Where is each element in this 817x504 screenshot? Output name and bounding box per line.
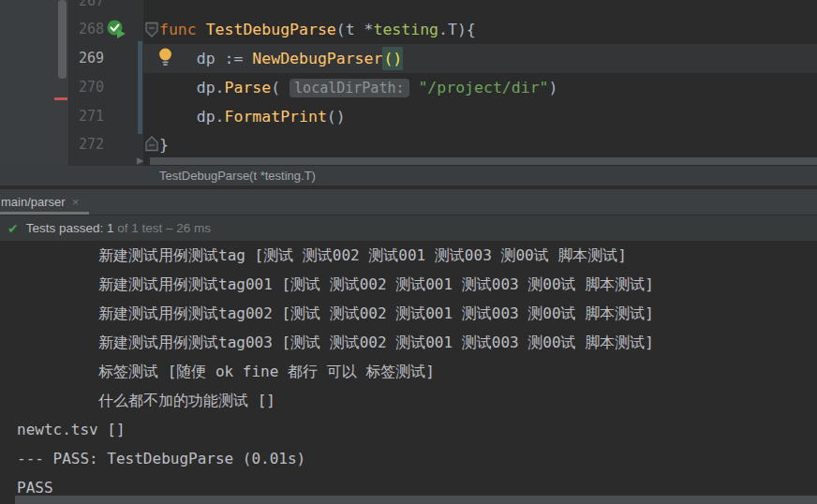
line-number[interactable]: 269 — [68, 44, 104, 73]
line-number[interactable]: 268 — [68, 15, 104, 44]
fold-region-start-icon[interactable] — [144, 22, 159, 38]
code-token: dp. — [159, 108, 225, 126]
console-line: --- PASS: TestDebugParse (0.01s) — [0, 444, 817, 473]
test-console-output: 新建测试用例测试tag [测试 测试002 测试001 测试003 测00试 脚… — [0, 241, 817, 504]
console-line: 新建测试用例测试tag [测试 测试002 测试001 测试003 测00试 脚… — [0, 241, 817, 270]
left-panel-scrollbar[interactable] — [58, 0, 67, 79]
console-hscrollbar-thumb[interactable] — [15, 496, 817, 504]
parameter-hint: localDirPath: — [290, 79, 408, 97]
console-line: 什么都不加的功能测试 [] — [0, 386, 817, 415]
line-number[interactable]: 270 — [68, 73, 104, 102]
scroll-arrow-icon: ▶ — [137, 155, 143, 166]
editor-hscrollbar-thumb[interactable] — [150, 157, 817, 165]
test-passed-rerun-icon[interactable] — [106, 19, 128, 41]
console-line: newtc.tsv [] — [0, 415, 817, 444]
matched-brace-highlight: () — [382, 47, 403, 70]
code-line-271[interactable]: dp.FormatPrint() — [159, 102, 346, 131]
code-token: NewDebugParser — [252, 50, 382, 67]
code-line-269[interactable]: dp := NewDebugParser() — [159, 44, 403, 73]
string-literal: "/project/dir" — [418, 79, 548, 96]
console-line: 标签测试 [随便 ok fine 都行 可以 标签测试] — [0, 357, 817, 386]
code-line-268[interactable]: func TestDebugParse(t *testing.T){ — [159, 15, 476, 44]
line-number[interactable]: 267 — [68, 0, 104, 16]
code-token: dp := — [159, 50, 252, 67]
code-token: testing — [374, 21, 439, 38]
tests-passed-details: of 1 test – 26 ms — [114, 221, 212, 235]
code-token — [409, 79, 419, 96]
code-token: ) — [549, 79, 558, 96]
deleted-lines-marker-icon — [54, 97, 67, 100]
vcs-change-bar[interactable] — [138, 41, 142, 134]
tests-passed-check-icon: ✔ — [7, 221, 19, 236]
tests-passed-summary: Tests passed: 1 — [26, 221, 114, 235]
tab-main-parser[interactable]: main/parser × — [0, 189, 84, 215]
left-editor-panel — [0, 0, 69, 166]
code-token: ( — [271, 79, 290, 96]
close-icon[interactable]: × — [72, 195, 80, 209]
code-line-272[interactable]: } — [159, 130, 169, 159]
code-token: func — [159, 21, 206, 38]
line-number[interactable]: 271 — [68, 102, 104, 131]
code-token: (t * — [336, 21, 374, 38]
console-line: 新建测试用例测试tag001 [测试 测试002 测试001 测试003 测00… — [0, 270, 817, 299]
tab-label: main/parser — [1, 195, 66, 209]
ide-window: 267 268 269 270 271 272 func TestDebugPa… — [0, 0, 817, 504]
code-token: TestDebugParse — [206, 21, 336, 38]
code-token: FormatPrint — [225, 108, 327, 126]
code-token: Parse — [225, 79, 272, 96]
context-breadcrumb-bar: TestDebugParse(t *testing.T) — [0, 166, 817, 185]
code-token: } — [159, 136, 169, 154]
code-line-270[interactable]: dp.Parse( localDirPath: "/project/dir") — [159, 73, 557, 102]
code-token: .T){ — [438, 21, 476, 38]
code-token: dp. — [159, 79, 225, 96]
console-line: 新建测试用例测试tag002 [测试 测试002 测试001 测试003 测00… — [0, 299, 817, 328]
code-token: () — [327, 108, 346, 126]
run-toolwindow-tab-strip: main/parser × — [0, 189, 817, 215]
enclosing-function-breadcrumb[interactable]: TestDebugParse(t *testing.T) — [159, 166, 316, 185]
test-status-bar: ✔ Tests passed: 1 of 1 test – 26 ms — [0, 215, 817, 241]
console-line: 新建测试用例测试tag003 [测试 测试002 测试001 测试003 测00… — [0, 328, 817, 357]
line-number[interactable]: 272 — [68, 130, 104, 159]
fold-region-end-icon[interactable] — [144, 135, 159, 152]
